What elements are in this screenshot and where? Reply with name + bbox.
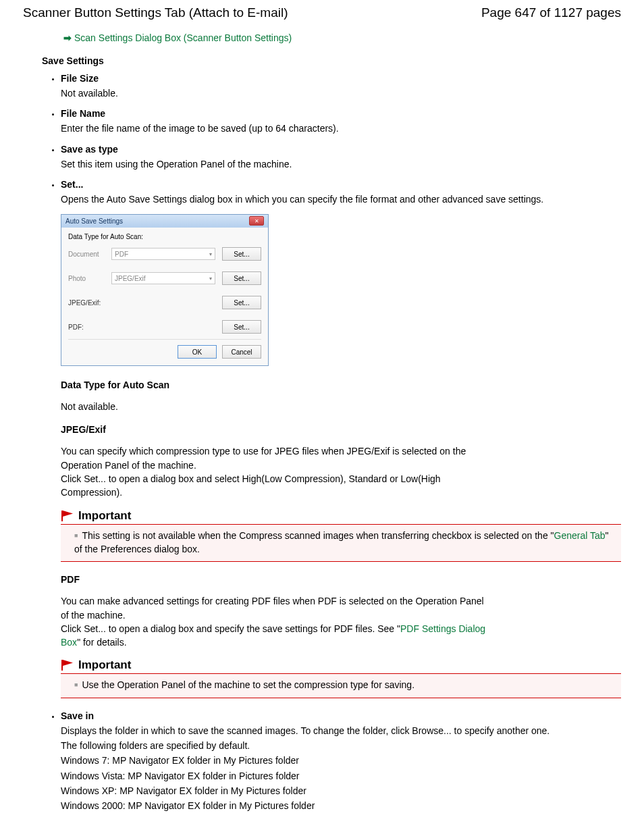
cancel-button[interactable]: Cancel	[222, 345, 261, 359]
important-note-2: Important ■Use the Operation Panel of th…	[61, 658, 621, 698]
data-type-heading: Data Type for Auto Scan	[61, 380, 493, 390]
pdf-heading: PDF	[61, 574, 493, 585]
jpeg-exif-body2: Click Set... to open a dialog box and se…	[61, 472, 493, 500]
related-link-row: ➡ Scan Settings Dialog Box (Scanner Butt…	[63, 32, 621, 43]
auto-save-settings-dialog: Auto Save Settings ✕ Data Type for Auto …	[61, 214, 269, 366]
jpeg-exif-heading: JPEG/Exif	[61, 424, 493, 435]
important-1-text-pre: This setting is not available when the C…	[82, 530, 554, 541]
arrow-right-icon: ➡	[63, 32, 72, 43]
chevron-down-icon: ▾	[209, 251, 212, 257]
page-title: Scanner Button Settings Tab (Attach to E…	[23, 5, 288, 20]
item-file-size: File Size Not available.	[61, 73, 621, 100]
file-name-body: Enter the file name of the image to be s…	[61, 122, 621, 135]
pdf-body1: You can make advanced settings for creat…	[61, 594, 493, 622]
data-type-label: Data Type for Auto Scan:	[68, 233, 261, 240]
pdf-set-button[interactable]: Set...	[222, 320, 261, 334]
save-as-type-body: Set this item using the Operation Panel …	[61, 157, 621, 171]
jpeg-exif-body1: You can specify which compression type t…	[61, 444, 493, 472]
important-heading-1: Important	[78, 509, 131, 523]
close-icon: ✕	[254, 218, 259, 224]
jpeg-exif-label: JPEG/Exif:	[68, 299, 105, 307]
pdf-label: PDF:	[68, 323, 105, 331]
save-settings-heading: Save Settings	[42, 55, 621, 66]
svg-marker-0	[61, 511, 73, 521]
close-button[interactable]: ✕	[249, 216, 264, 226]
pdf-body2-pre: Click Set... to open a dialog box and sp…	[61, 623, 400, 634]
data-type-body: Not available.	[61, 400, 493, 413]
save-in-p6: Windows 2000: MP Navigator EX folder in …	[61, 799, 621, 812]
item-save-as-type: Save as type Set this item using the Ope…	[61, 144, 621, 171]
document-select-value: PDF	[115, 251, 128, 258]
save-in-p2: The following folders are specified by d…	[61, 739, 621, 752]
document-select[interactable]: PDF ▾	[111, 248, 215, 260]
svg-marker-1	[61, 660, 73, 671]
item-save-in: Save in Displays the folder in which to …	[61, 710, 621, 813]
chevron-down-icon: ▾	[209, 276, 212, 282]
item-file-name: File Name Enter the file name of the ima…	[61, 108, 621, 135]
important-2-text: Use the Operation Panel of the machine t…	[82, 679, 414, 690]
save-in-p5: Windows XP: MP Navigator EX folder in My…	[61, 784, 621, 798]
jpeg-set-button[interactable]: Set...	[222, 296, 261, 309]
dialog-title-text: Auto Save Settings	[65, 217, 123, 225]
save-in-p4: Windows Vista: MP Navigator EX folder in…	[61, 769, 621, 783]
scan-settings-link[interactable]: Scan Settings Dialog Box (Scanner Button…	[74, 32, 292, 43]
set-body: Opens the Auto Save Settings dialog box …	[61, 192, 621, 206]
flag-icon	[61, 510, 76, 522]
square-bullet-icon: ■	[74, 532, 78, 539]
photo-select-value: JPEG/Exif	[115, 275, 146, 282]
page-counter: Page 647 of 1127 pages	[481, 5, 621, 20]
save-in-p3: Windows 7: MP Navigator EX folder in My …	[61, 754, 621, 767]
photo-label: Photo	[68, 275, 105, 282]
file-name-title: File Name	[61, 108, 621, 119]
file-size-body: Not available.	[61, 86, 621, 100]
pdf-body2-post: " for details.	[77, 637, 126, 648]
document-label: Document	[68, 251, 105, 258]
item-set: Set... Opens the Auto Save Settings dial…	[61, 179, 621, 206]
general-tab-link[interactable]: General Tab	[554, 530, 606, 541]
save-as-type-title: Save as type	[61, 144, 621, 155]
important-heading-2: Important	[78, 658, 131, 672]
document-set-button[interactable]: Set...	[222, 247, 261, 261]
square-bullet-icon: ■	[74, 681, 78, 688]
important-note-1: Important ■This setting is not available…	[61, 509, 621, 563]
photo-select[interactable]: JPEG/Exif ▾	[111, 272, 215, 284]
save-in-p1: Displays the folder in which to save the…	[61, 724, 621, 737]
pdf-body2: Click Set... to open a dialog box and sp…	[61, 622, 493, 650]
ok-button[interactable]: OK	[178, 345, 217, 359]
flag-icon	[61, 659, 76, 671]
file-size-title: File Size	[61, 73, 621, 84]
set-title: Set...	[61, 179, 621, 190]
save-in-title: Save in	[61, 710, 621, 721]
photo-set-button[interactable]: Set...	[222, 271, 261, 285]
